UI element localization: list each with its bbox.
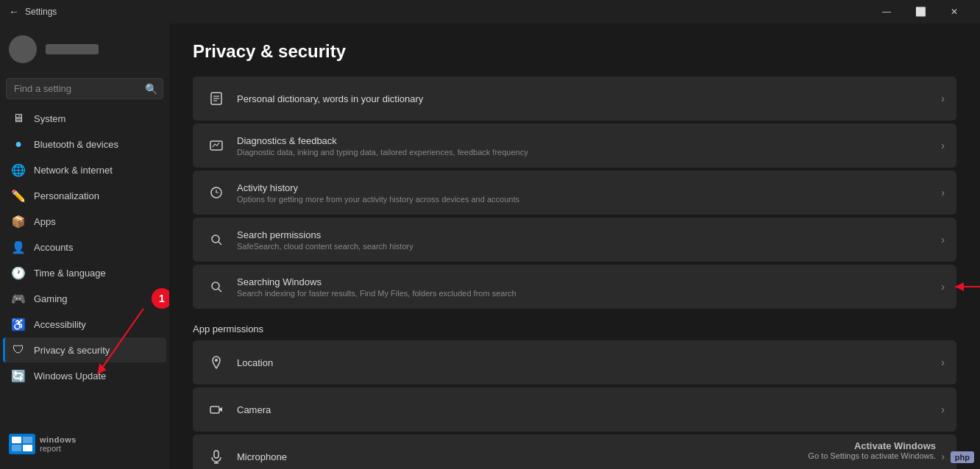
sidebar-label-system: System bbox=[34, 113, 65, 124]
title-bar-left: ← Settings bbox=[9, 6, 57, 18]
sidebar-item-windows-update[interactable]: 🔄 Windows Update bbox=[3, 363, 166, 388]
location-icon bbox=[205, 351, 228, 374]
maximize-button[interactable]: ⬜ bbox=[903, 0, 937, 24]
app-title: Settings bbox=[25, 7, 57, 17]
wr-windows-text: windows bbox=[40, 435, 77, 444]
network-icon: 🌐 bbox=[12, 163, 25, 176]
svg-point-9 bbox=[212, 282, 219, 290]
sidebar: 🔍 🖥 System ● Bluetooth & devices 🌐 Netwo… bbox=[0, 24, 169, 469]
search-input[interactable] bbox=[6, 78, 163, 99]
svg-rect-14 bbox=[214, 451, 219, 458]
camera-title: Camera bbox=[237, 404, 935, 415]
personal-dict-text: Personal dictionary, words in your dicti… bbox=[237, 93, 935, 104]
searching-windows-chevron: › bbox=[941, 281, 945, 293]
back-button[interactable]: ← bbox=[9, 6, 19, 18]
searching-windows-text: Searching Windows Search indexing for fa… bbox=[237, 276, 935, 298]
sidebar-label-gaming: Gaming bbox=[34, 293, 68, 304]
activity-text: Activity history Options for getting mor… bbox=[237, 182, 935, 204]
microphone-icon bbox=[205, 445, 228, 468]
personal-dict-chevron: › bbox=[941, 93, 945, 104]
settings-item-diagnostics[interactable]: Diagnostics & feedback Diagnostic data, … bbox=[193, 123, 956, 168]
avatar bbox=[9, 35, 37, 63]
activate-sub: Go to Settings to activate Windows. bbox=[808, 451, 936, 460]
svg-point-7 bbox=[212, 235, 219, 243]
activity-sub: Options for getting more from your activ… bbox=[237, 195, 935, 204]
sidebar-item-time[interactable]: 🕐 Time & language bbox=[3, 260, 166, 285]
diagnostics-sub: Diagnostic data, inking and typing data,… bbox=[237, 148, 935, 157]
sidebar-item-accessibility[interactable]: ♿ Accessibility bbox=[3, 312, 166, 337]
search-perms-text: Search permissions SafeSearch, cloud con… bbox=[237, 229, 935, 251]
accessibility-icon: ♿ bbox=[12, 318, 25, 331]
personal-dict-title: Personal dictionary, words in your dicti… bbox=[237, 93, 935, 104]
settings-item-location[interactable]: Location › bbox=[193, 340, 956, 384]
diagnostics-text: Diagnostics & feedback Diagnostic data, … bbox=[237, 135, 935, 157]
searching-windows-icon bbox=[205, 275, 228, 298]
activity-chevron: › bbox=[941, 187, 945, 198]
activate-title: Activate Windows bbox=[808, 440, 936, 451]
privacy-icon: 🛡 bbox=[12, 343, 25, 357]
minimize-button[interactable]: — bbox=[870, 0, 903, 24]
search-box: 🔍 bbox=[6, 78, 163, 99]
gaming-icon: 🎮 bbox=[12, 292, 25, 305]
diagnostics-title: Diagnostics & feedback bbox=[237, 135, 935, 146]
sidebar-label-accessibility: Accessibility bbox=[34, 319, 86, 330]
annotation-arrow-2 bbox=[951, 279, 980, 294]
sidebar-item-privacy[interactable]: 🛡 Privacy & security bbox=[3, 337, 166, 362]
settings-item-searching-windows[interactable]: Searching Windows Search indexing for fa… bbox=[193, 265, 956, 309]
sidebar-item-personalization[interactable]: ✏️ Personalization bbox=[3, 183, 166, 208]
sidebar-item-gaming[interactable]: 🎮 Gaming 1 bbox=[3, 286, 166, 311]
search-perms-sub: SafeSearch, cloud content search, search… bbox=[237, 242, 935, 251]
search-perms-chevron: › bbox=[941, 234, 945, 246]
settings-item-camera[interactable]: Camera › bbox=[193, 387, 956, 432]
camera-chevron: › bbox=[941, 404, 945, 415]
diagnostics-chevron: › bbox=[941, 140, 945, 151]
camera-icon bbox=[205, 398, 228, 421]
sidebar-label-accounts: Accounts bbox=[34, 242, 73, 253]
sidebar-item-bluetooth[interactable]: ● Bluetooth & devices bbox=[3, 132, 166, 157]
sidebar-label-personalization: Personalization bbox=[34, 190, 99, 201]
sidebar-label-bluetooth: Bluetooth & devices bbox=[34, 139, 118, 150]
sidebar-label-network: Network & internet bbox=[34, 165, 113, 176]
settings-item-activity[interactable]: Activity history Options for getting mor… bbox=[193, 171, 956, 215]
microphone-chevron: › bbox=[941, 451, 945, 462]
personalization-icon: ✏️ bbox=[12, 189, 25, 202]
activity-title: Activity history bbox=[237, 182, 935, 193]
svg-rect-13 bbox=[210, 407, 219, 413]
settings-item-personal-dict[interactable]: Personal dictionary, words in your dicti… bbox=[193, 76, 956, 121]
windows-report-logo: windows report bbox=[0, 404, 169, 463]
location-title: Location bbox=[237, 357, 935, 368]
sidebar-label-time: Time & language bbox=[34, 268, 106, 279]
sidebar-item-apps[interactable]: 📦 Apps bbox=[3, 209, 166, 234]
svg-line-8 bbox=[219, 242, 221, 245]
annotation-badge-1: 1 bbox=[152, 288, 169, 309]
activity-icon bbox=[205, 181, 228, 204]
close-button[interactable]: ✕ bbox=[937, 0, 971, 24]
search-icon: 🔍 bbox=[145, 83, 157, 95]
svg-line-10 bbox=[219, 289, 221, 292]
app-permissions-header: App permissions bbox=[193, 323, 956, 334]
window-controls: — ⬜ ✕ bbox=[870, 0, 971, 24]
sidebar-item-network[interactable]: 🌐 Network & internet bbox=[3, 157, 166, 182]
app-body: 🔍 🖥 System ● Bluetooth & devices 🌐 Netwo… bbox=[0, 24, 980, 469]
settings-item-search-perms[interactable]: Search permissions SafeSearch, cloud con… bbox=[193, 218, 956, 262]
title-bar: ← Settings — ⬜ ✕ bbox=[0, 0, 980, 24]
sidebar-label-privacy: Privacy & security bbox=[34, 345, 110, 356]
searching-windows-title: Searching Windows bbox=[237, 276, 935, 287]
location-text: Location bbox=[237, 357, 935, 368]
content-area: Privacy & security Personal dictionary, … bbox=[169, 24, 980, 469]
sidebar-label-apps: Apps bbox=[34, 216, 56, 227]
windows-logo-icon bbox=[9, 434, 35, 454]
bluetooth-icon: ● bbox=[12, 137, 25, 151]
system-icon: 🖥 bbox=[12, 112, 25, 125]
sidebar-item-accounts[interactable]: 👤 Accounts bbox=[3, 234, 166, 259]
user-section bbox=[0, 24, 169, 75]
svg-point-12 bbox=[215, 359, 218, 362]
sidebar-item-system[interactable]: 🖥 System bbox=[3, 106, 166, 131]
personal-dict-icon bbox=[205, 87, 228, 110]
page-title: Privacy & security bbox=[193, 41, 956, 62]
apps-icon: 📦 bbox=[12, 215, 25, 228]
accounts-icon: 👤 bbox=[12, 240, 25, 254]
windows-update-icon: 🔄 bbox=[12, 369, 25, 382]
searching-windows-sub: Search indexing for faster results, Find… bbox=[237, 289, 935, 298]
php-badge: php bbox=[951, 451, 974, 463]
